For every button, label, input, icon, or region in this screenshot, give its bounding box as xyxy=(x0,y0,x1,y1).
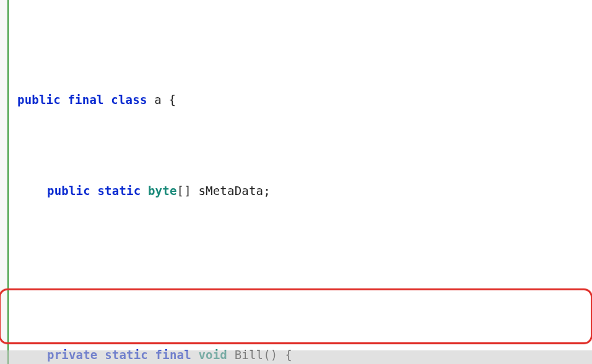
field-name: sMetaData xyxy=(198,184,263,197)
code-line: private static final void Bill() { xyxy=(15,346,592,364)
code-editor[interactable]: public final class a { public static byt… xyxy=(0,0,592,364)
blank-line xyxy=(15,255,592,273)
keyword-class: class xyxy=(111,93,147,106)
annotation-highlight-box xyxy=(0,288,592,344)
code-line: public static byte[] sMetaData; xyxy=(15,182,592,200)
keyword-public: public xyxy=(17,93,61,106)
class-name: a xyxy=(154,93,162,106)
code-line: public final class a { xyxy=(15,91,592,109)
open-brace: { xyxy=(168,93,176,106)
editor-gutter xyxy=(0,0,9,364)
keyword-final: final xyxy=(67,93,103,106)
method-name: Bill xyxy=(235,348,264,362)
